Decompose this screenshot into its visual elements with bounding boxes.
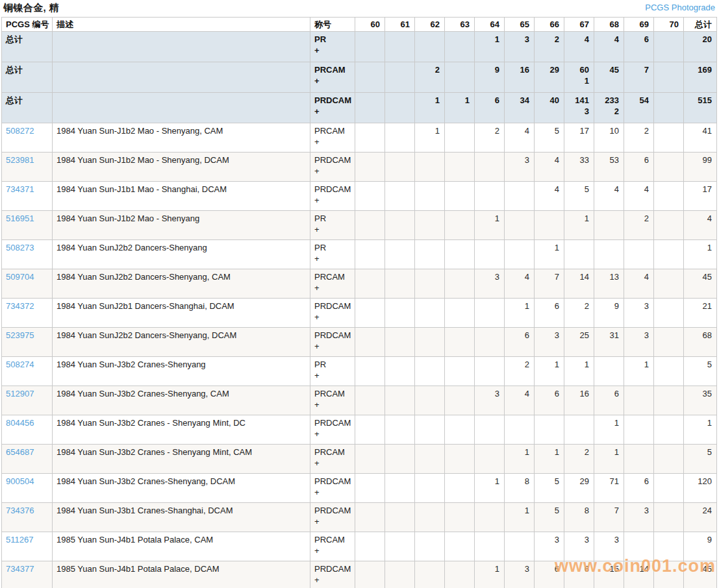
table-row: 7343771985 Yuan Sun-J4b1 Potala Palace, … bbox=[2, 561, 717, 588]
grade-63-count-cell bbox=[445, 153, 475, 182]
grade-69-count-cell bbox=[624, 445, 654, 474]
pcgs-number-link[interactable]: 523981 bbox=[6, 155, 34, 165]
table-row: 5082721984 Yuan Sun-J1b2 Mao - Shenyang,… bbox=[2, 123, 717, 153]
count-value: 60 bbox=[568, 64, 589, 75]
grade-67-count-cell: 1413 bbox=[564, 93, 594, 123]
grade-70-count-cell bbox=[654, 62, 684, 93]
grade-69-count-cell: 4 bbox=[624, 269, 654, 299]
grade-68-count-cell bbox=[594, 240, 624, 269]
grade-67-count-cell: 4 bbox=[564, 32, 594, 62]
total-count-cell: 68 bbox=[684, 328, 717, 357]
grade-64-count-cell: 1 bbox=[475, 32, 505, 62]
pcgs-number-link[interactable]: 654687 bbox=[6, 447, 34, 457]
grade-62-count-cell bbox=[415, 386, 445, 415]
pcgs-number-link[interactable]: 508273 bbox=[6, 243, 34, 252]
pcgs-number-cell: 总计 bbox=[2, 93, 53, 123]
grade-61-count-cell bbox=[385, 240, 415, 269]
grade-69-count-cell: 7 bbox=[624, 62, 654, 93]
total-count-cell: 41 bbox=[684, 123, 717, 153]
pcgs-number-link[interactable]: 508272 bbox=[6, 126, 34, 136]
grade-67-count-cell bbox=[564, 415, 594, 445]
pcgs-number-cell: 734377 bbox=[2, 561, 53, 588]
header-grade-66: 66 bbox=[535, 18, 564, 32]
pcgs-number-link[interactable]: 511267 bbox=[6, 535, 33, 545]
designation-plus: + bbox=[314, 136, 350, 147]
pcgs-number-cell: 734372 bbox=[2, 299, 53, 328]
grade-61-count-cell bbox=[385, 386, 415, 415]
designation-name: PRDCAM bbox=[314, 476, 350, 487]
header-grade-68: 68 bbox=[594, 18, 624, 32]
pcgs-number-cell: 804456 bbox=[2, 415, 53, 445]
pcgs-number-link[interactable]: 804456 bbox=[6, 418, 34, 428]
count-plus-value: 3 bbox=[568, 106, 589, 117]
pcgs-number-cell: 508272 bbox=[2, 123, 53, 153]
pcgs-number-link[interactable]: 508274 bbox=[6, 360, 34, 369]
header-total: 总计 bbox=[684, 18, 717, 32]
grade-67-count-cell: 6 bbox=[564, 561, 594, 588]
grade-64-count-cell bbox=[475, 240, 505, 269]
designation-plus: + bbox=[314, 399, 350, 410]
grade-66-count-cell: 4 bbox=[535, 153, 564, 182]
pcgs-number-link[interactable]: 509704 bbox=[6, 272, 34, 282]
grade-64-count-cell bbox=[475, 182, 505, 211]
designation-name: PR bbox=[314, 242, 350, 253]
pcgs-number-link[interactable]: 523975 bbox=[6, 330, 34, 340]
pcgs-number-cell: 508274 bbox=[2, 357, 53, 386]
pcgs-number-link[interactable]: 734376 bbox=[6, 506, 34, 515]
pcgs-number-cell: 523981 bbox=[2, 153, 53, 182]
grade-67-count-cell: 17 bbox=[564, 123, 594, 153]
description-cell: 1984 Yuan Sun-J3b2 Cranes - Shenyang Min… bbox=[53, 445, 310, 474]
header-grade-61: 61 bbox=[385, 18, 415, 32]
header-grade-67: 67 bbox=[564, 18, 594, 32]
grade-62-count-cell bbox=[415, 503, 445, 532]
total-count-cell: 120 bbox=[684, 474, 717, 503]
pcgs-number-link[interactable]: 516951 bbox=[6, 214, 34, 223]
grade-69-count-cell: 54 bbox=[624, 93, 654, 123]
grade-62-count-cell bbox=[415, 415, 445, 445]
grade-62-count-cell bbox=[415, 211, 445, 240]
header-grade-69: 69 bbox=[624, 18, 654, 32]
grade-61-count-cell bbox=[385, 182, 415, 211]
grade-64-count-cell bbox=[475, 299, 505, 328]
pcgs-number-link[interactable]: 734377 bbox=[6, 564, 34, 574]
pcgs-number-cell: 508273 bbox=[2, 240, 53, 269]
grade-70-count-cell bbox=[654, 269, 684, 299]
pcgs-photograde-link[interactable]: PCGS Photograde bbox=[645, 3, 715, 12]
grade-68-count-cell: 15 bbox=[594, 561, 624, 588]
pcgs-number-link[interactable]: 734371 bbox=[6, 184, 34, 194]
grade-62-count-cell: 2 bbox=[415, 62, 445, 93]
pcgs-number-link[interactable]: 734372 bbox=[6, 301, 34, 311]
grade-70-count-cell bbox=[654, 328, 684, 357]
grade-65-count-cell bbox=[505, 415, 535, 445]
description-cell bbox=[53, 32, 310, 62]
header-grade-70: 70 bbox=[654, 18, 684, 32]
pcgs-number-link[interactable]: 512907 bbox=[6, 389, 34, 398]
grade-69-count-cell bbox=[624, 386, 654, 415]
grade-66-count-cell: 1 bbox=[535, 357, 564, 386]
grade-70-count-cell bbox=[654, 240, 684, 269]
count-plus-value: 1 bbox=[568, 75, 589, 86]
grade-66-count-cell: 40 bbox=[535, 93, 564, 123]
grade-69-count-cell: 6 bbox=[624, 153, 654, 182]
grade-68-count-cell: 53 bbox=[594, 153, 624, 182]
grade-67-count-cell bbox=[564, 240, 594, 269]
grade-64-count-cell bbox=[475, 328, 505, 357]
grade-61-count-cell bbox=[385, 93, 415, 123]
description-cell bbox=[53, 62, 310, 93]
table-row: 7343761984 Yuan Sun-J3b1 Cranes-Shanghai… bbox=[2, 503, 717, 532]
pcgs-number-link[interactable]: 900504 bbox=[6, 476, 34, 486]
grade-68-count-cell: 9 bbox=[594, 299, 624, 328]
grade-61-count-cell bbox=[385, 299, 415, 328]
total-count-cell: 20 bbox=[684, 32, 717, 62]
table-row: 7343711984 Yuan Sun-J1b1 Mao - Shanghai,… bbox=[2, 182, 717, 211]
grade-67-count-cell: 3 bbox=[564, 532, 594, 561]
grade-68-count-cell bbox=[594, 357, 624, 386]
pcgs-number-cell: 509704 bbox=[2, 269, 53, 299]
summary-row: 总计PRCAM+291629601457169 bbox=[2, 62, 717, 93]
grade-61-count-cell bbox=[385, 357, 415, 386]
grade-60-count-cell bbox=[355, 153, 385, 182]
designation-cell: PRDCAM+ bbox=[310, 182, 355, 211]
header-grade-65: 65 bbox=[505, 18, 535, 32]
designation-plus: + bbox=[314, 165, 350, 177]
grade-61-count-cell bbox=[385, 474, 415, 503]
